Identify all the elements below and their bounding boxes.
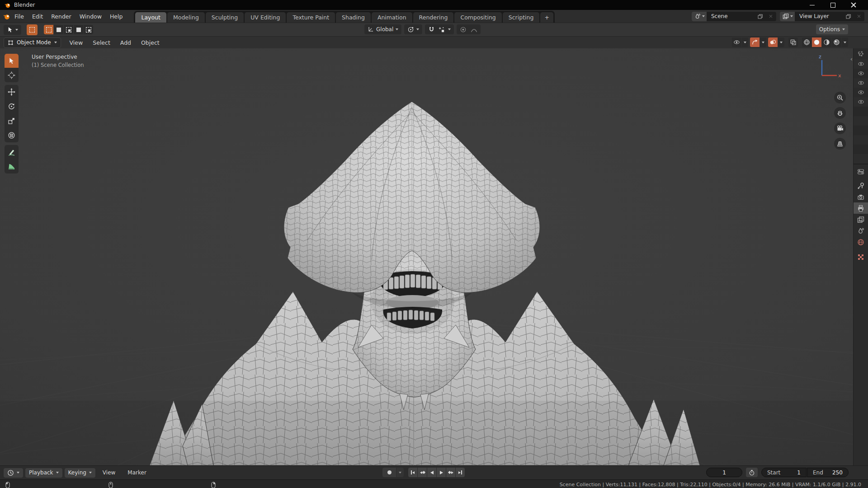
interaction-mode-dropdown[interactable]: Object Mode (4, 38, 61, 48)
zoom-button[interactable] (834, 92, 846, 103)
close-button[interactable] (843, 0, 864, 10)
select-mode-extend[interactable] (54, 25, 63, 34)
menu-object[interactable]: Object (136, 39, 165, 46)
scene-name-field[interactable]: Scene (707, 13, 755, 19)
properties-tab-scene[interactable] (854, 225, 868, 236)
navigation-gizmo[interactable]: z x (813, 53, 842, 80)
use-preview-range-toggle[interactable] (746, 468, 758, 477)
visibility-dropdown[interactable] (742, 38, 748, 47)
visibility-toggle[interactable] (854, 78, 868, 88)
add-workspace-button[interactable]: + (540, 12, 553, 23)
tab-layout[interactable]: Layout (135, 12, 166, 23)
menu-select[interactable]: Select (88, 39, 115, 46)
auto-keying-dropdown[interactable] (396, 468, 404, 477)
tab-uv-editing[interactable]: UV Editing (245, 12, 286, 23)
timeline-marker-menu[interactable]: Marker (123, 469, 151, 476)
viewport-3d[interactable]: User Perspective (1) Scene Collection (0, 48, 853, 465)
properties-tab-tool[interactable] (854, 180, 868, 191)
jump-to-end-button[interactable] (456, 468, 465, 477)
maximize-button[interactable] (822, 0, 843, 10)
properties-tab-output[interactable] (854, 202, 868, 214)
timeline-editor-type-button[interactable] (4, 468, 23, 478)
current-frame-field[interactable]: 1 (706, 468, 742, 477)
menu-add[interactable]: Add (115, 39, 136, 46)
tab-animation[interactable]: Animation (372, 12, 412, 23)
show-overlays-toggle[interactable] (768, 38, 778, 47)
view-layer-name-field[interactable]: View Layer (795, 13, 843, 19)
previous-keyframe-button[interactable] (418, 468, 427, 477)
pivot-point-dropdown[interactable] (404, 24, 422, 34)
tool-select-box[interactable] (5, 54, 19, 68)
proportional-edit-icon[interactable] (460, 26, 467, 33)
properties-tab-render[interactable] (854, 191, 868, 202)
snap-target-icon[interactable] (438, 26, 445, 33)
falloff-curve-icon[interactable] (471, 26, 477, 33)
jump-to-start-button[interactable] (408, 468, 417, 477)
shading-wireframe-button[interactable] (802, 38, 811, 47)
menu-help[interactable]: Help (106, 13, 127, 20)
tab-texture-paint[interactable]: Texture Paint (287, 12, 335, 23)
timeline-view-menu[interactable]: View (98, 469, 120, 476)
sidebar-collapse-arrow[interactable]: ‹ (850, 56, 853, 62)
menu-file[interactable]: File (10, 13, 28, 20)
play-button[interactable] (437, 468, 446, 477)
tab-scripting[interactable]: Scripting (503, 12, 540, 23)
visibility-toggle[interactable] (854, 88, 868, 97)
active-tool-select-box-button[interactable] (27, 24, 38, 35)
tab-rendering[interactable]: Rendering (413, 12, 454, 23)
shading-material-button[interactable] (822, 38, 831, 47)
shading-solid-button[interactable] (812, 38, 821, 47)
scene-unlink-button[interactable] (765, 12, 776, 21)
menu-edit[interactable]: Edit (28, 13, 47, 20)
next-keyframe-button[interactable] (446, 468, 455, 477)
tab-sculpting[interactable]: Sculpting (206, 12, 244, 23)
scene-new-button[interactable] (755, 12, 765, 21)
show-gizmo-toggle[interactable] (750, 38, 760, 47)
magnet-icon[interactable] (428, 26, 435, 33)
select-mode-subtract[interactable] (64, 25, 73, 34)
tool-measure[interactable] (5, 160, 19, 174)
tab-compositing[interactable]: Compositing (454, 12, 501, 23)
options-dropdown[interactable]: Options (816, 24, 848, 34)
overlays-dropdown[interactable] (778, 38, 784, 47)
tool-rotate[interactable] (5, 99, 19, 113)
camera-view-button[interactable] (834, 122, 846, 134)
keying-menu[interactable]: Keying (65, 468, 95, 478)
tool-scale[interactable] (5, 114, 19, 128)
pan-button[interactable] (834, 107, 846, 119)
auto-keying-toggle[interactable] (382, 468, 396, 477)
tool-annotate[interactable] (5, 145, 19, 159)
scene-browse-button[interactable] (692, 12, 707, 21)
visibility-toggle[interactable] (854, 69, 868, 78)
play-reverse-button[interactable] (427, 468, 436, 477)
view-layer-browse-button[interactable] (780, 12, 795, 21)
show-object-types-button[interactable] (732, 38, 741, 47)
properties-tab-texture[interactable] (854, 251, 868, 263)
xray-toggle[interactable] (788, 38, 798, 47)
shading-rendered-button[interactable] (832, 38, 841, 47)
transform-orientation-dropdown[interactable]: Global (364, 24, 401, 34)
menu-window[interactable]: Window (75, 13, 106, 20)
blender-menu-icon[interactable] (3, 13, 10, 20)
select-mode-invert[interactable] (74, 25, 83, 34)
properties-tab-world[interactable] (854, 236, 868, 248)
tab-modeling[interactable]: Modeling (167, 12, 205, 23)
properties-editor-icon[interactable] (857, 168, 864, 175)
select-mode-new[interactable] (44, 25, 53, 34)
visibility-toggle[interactable] (854, 97, 868, 107)
perspective-toggle-button[interactable] (834, 138, 846, 150)
select-mode-intersect[interactable] (84, 25, 93, 34)
tab-shading[interactable]: Shading (336, 12, 371, 23)
shading-dropdown[interactable] (842, 38, 848, 47)
view-layer-new-button[interactable] (843, 12, 854, 21)
menu-render[interactable]: Render (47, 13, 75, 20)
minimize-button[interactable] (802, 0, 822, 10)
tool-transform[interactable] (5, 128, 19, 142)
outliner-editor-icon[interactable] (857, 50, 864, 57)
gizmo-dropdown[interactable] (760, 38, 766, 47)
start-frame-field[interactable]: Start 1 (761, 468, 807, 477)
active-tool-fallback-dropdown[interactable] (4, 25, 21, 35)
properties-tab-view-layer[interactable] (854, 214, 868, 225)
view-layer-remove-button[interactable] (854, 12, 864, 21)
end-frame-field[interactable]: End 250 (807, 468, 849, 477)
